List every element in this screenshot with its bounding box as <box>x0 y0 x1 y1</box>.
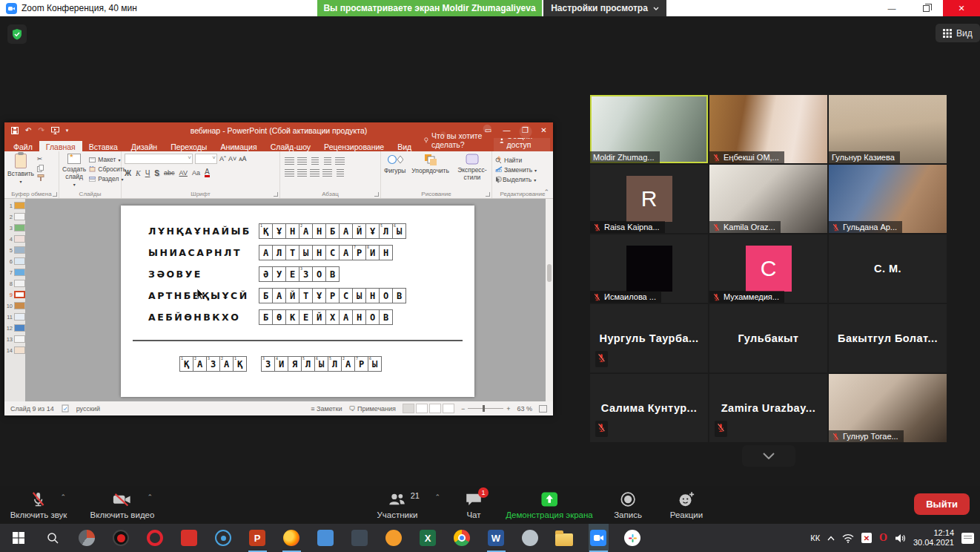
opera-tray-icon[interactable]: O <box>879 532 887 544</box>
slide-thumbnail-1[interactable]: 1 <box>4 202 25 209</box>
taskbar-word[interactable]: W <box>486 524 506 552</box>
video-options-caret[interactable]: ⌃ <box>147 493 153 501</box>
taskbar-zoom[interactable] <box>589 524 609 552</box>
dialog-launcher-icon[interactable] <box>486 192 490 197</box>
language-switcher[interactable]: КК <box>810 533 820 542</box>
slide-scrollbar[interactable] <box>546 199 553 401</box>
ppt-minimize-button[interactable]: — <box>497 126 516 134</box>
taskbar-blue-app[interactable] <box>316 524 336 552</box>
qat-dropdown-icon[interactable]: ▾ <box>66 128 69 134</box>
mic-options-caret[interactable]: ⌃ <box>60 493 66 501</box>
blocked-doc-icon[interactable]: ✕ <box>861 533 872 543</box>
replace-button[interactable]: abЗаменить ▾ <box>495 166 537 174</box>
bullets-icon[interactable] <box>285 157 294 165</box>
participant-tile[interactable]: Бакытгул Болат... <box>829 304 947 372</box>
taskbar-chrome[interactable] <box>452 524 472 552</box>
text-shadow-button[interactable]: S <box>154 169 159 177</box>
ppt-close-button[interactable]: ✕ <box>534 126 553 134</box>
participants-caret[interactable]: ⌃ <box>434 493 440 501</box>
character-spacing-button[interactable]: AV <box>179 169 188 177</box>
more-participants-button[interactable] <box>742 445 795 467</box>
slide-thumbnail-14[interactable]: 14 <box>4 346 25 354</box>
taskbar-slack[interactable] <box>623 524 643 552</box>
notes-button[interactable]: ≡ Заметки <box>311 405 342 413</box>
participant-tile[interactable]: CМухаммедия... <box>709 234 827 303</box>
spellcheck-icon[interactable] <box>62 404 69 413</box>
slide-thumbnail-5[interactable]: 5 <box>4 246 25 254</box>
strikethrough-button[interactable]: abc <box>164 169 175 177</box>
participant-tile[interactable]: Moldir Zhumag... <box>590 95 708 163</box>
ribbon-options-icon[interactable]: ▭ <box>479 126 497 134</box>
font-name-select[interactable] <box>125 154 193 164</box>
start-video-button[interactable]: ⌃ Включить видео <box>90 490 155 519</box>
participant-tile[interactable]: Гульдана Ар... <box>829 165 947 233</box>
gallery-view-button[interactable]: Вид <box>936 24 980 42</box>
chat-button[interactable]: 1 Чат <box>466 490 482 519</box>
format-painter-icon[interactable] <box>37 174 44 181</box>
zoom-slider[interactable]: −+ <box>461 405 511 413</box>
underline-button[interactable]: Ч <box>145 169 150 177</box>
reactions-button[interactable]: Реакции <box>670 490 703 519</box>
close-button[interactable]: ✕ <box>943 0 980 16</box>
dialog-launcher-icon[interactable] <box>274 192 278 197</box>
taskbar-explorer[interactable] <box>554 524 575 552</box>
minimize-button[interactable]: — <box>875 0 909 16</box>
taskbar-search[interactable] <box>43 524 63 552</box>
paste-button[interactable]: Вставить▾ <box>7 154 34 189</box>
view-settings-button[interactable]: Настройки просмотра <box>543 0 666 16</box>
line-spacing-icon[interactable] <box>335 157 345 165</box>
taskbar-scratch[interactable] <box>384 524 404 552</box>
participant-tile[interactable]: Zamira Urazbay... <box>709 374 827 442</box>
volume-icon[interactable] <box>895 533 906 543</box>
ppt-restore-button[interactable]: ❐ <box>516 126 534 134</box>
shapes-button[interactable]: Фигуры <box>384 154 405 174</box>
quick-styles-button[interactable]: Экспресс-стили <box>455 154 489 181</box>
numbering-icon[interactable] <box>297 157 307 165</box>
participant-tile[interactable]: Гульнур Казиева <box>829 95 947 163</box>
bold-button[interactable]: Ж <box>125 169 131 177</box>
participant-tile[interactable]: Kamila Oraz... <box>709 165 827 233</box>
redo-icon[interactable]: ↷ <box>38 126 44 134</box>
taskbar-record-app[interactable] <box>111 524 131 552</box>
new-slide-button[interactable]: Создать слайд▾ <box>62 154 86 189</box>
zoom-percentage[interactable]: 63 % <box>517 405 532 413</box>
participant-tile[interactable]: Гулнур Тогае... <box>829 374 947 442</box>
view-switcher[interactable] <box>403 404 454 413</box>
find-button[interactable]: Найти <box>495 157 537 164</box>
meeting-info-shield[interactable] <box>7 24 27 44</box>
slide-thumbnail-8[interactable]: 8 <box>4 280 25 287</box>
layout-button[interactable]: Макет ▾ <box>89 156 126 163</box>
dialog-launcher-icon[interactable] <box>53 192 57 197</box>
taskbar-powerpoint[interactable]: P <box>248 524 268 552</box>
participant-tile[interactable]: RRaisa Kaipna... <box>590 165 708 233</box>
slide-thumbnail-3[interactable]: 3 <box>4 224 25 231</box>
grow-font-icon[interactable]: Аˆ <box>219 155 226 162</box>
fit-slide-icon[interactable] <box>539 405 547 413</box>
taskbar-opera[interactable] <box>145 524 165 552</box>
slide-thumbnail-4[interactable]: 4 <box>4 235 25 243</box>
slide-canvas[interactable]: ЛҰНҚАҰНАЙЫБ1ҚҰН2АНБАЙҰ5Л6ЫЫНИАСАРНЛТАЛТЫ… <box>121 206 474 397</box>
slide-thumbnail-7[interactable]: 7 <box>4 269 25 276</box>
slideshow-icon[interactable] <box>51 127 59 134</box>
align-left-icon[interactable] <box>285 169 294 177</box>
comments-button[interactable]: 🗨 Примечания <box>348 405 395 413</box>
slide-thumbnail-6[interactable]: 6 <box>4 257 25 265</box>
change-case-button[interactable]: Aa <box>192 169 200 177</box>
slide-thumbnail-2[interactable]: 2 <box>4 213 25 220</box>
dialog-launcher-icon[interactable] <box>374 192 379 197</box>
arrange-button[interactable]: Упорядочить <box>411 154 449 174</box>
taskbar-screen-recorder[interactable] <box>77 524 97 552</box>
font-color-button[interactable]: A <box>205 168 210 177</box>
taskbar-clock[interactable]: 12:14 30.04.2021 <box>913 528 954 548</box>
decrease-indent-icon[interactable] <box>311 157 319 165</box>
restore-button[interactable] <box>909 0 943 16</box>
reset-button[interactable]: Сбросить <box>89 165 126 173</box>
columns-icon[interactable] <box>337 169 344 177</box>
scrollbar-thumb[interactable] <box>547 264 552 282</box>
participant-tile[interactable]: Салима Кунтур... <box>590 374 708 442</box>
participant-tile[interactable]: Нургуль Таурба... <box>590 304 708 372</box>
participant-tile[interactable]: С. М. <box>829 234 947 303</box>
align-center-icon[interactable] <box>297 169 307 177</box>
taskbar-gray-app[interactable] <box>520 524 540 552</box>
slide-thumbnail-13[interactable]: 13 <box>4 335 25 343</box>
